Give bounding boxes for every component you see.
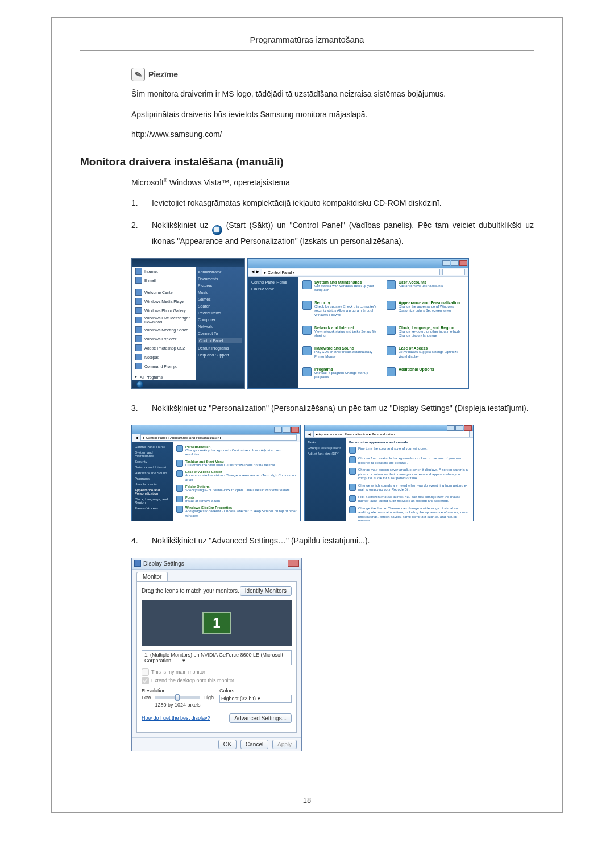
start-menu-item[interactable]: Network	[198, 325, 242, 329]
back-icon[interactable]: ◀	[135, 435, 138, 439]
maximize-button[interactable]	[455, 425, 463, 431]
start-menu-item[interactable]: Windows Media Player	[132, 297, 196, 306]
start-menu-item-controlpanel[interactable]: Control Panel	[198, 338, 242, 343]
sidebar-item[interactable]: Security	[135, 460, 170, 463]
appearance-item-personalization[interactable]: PersonalizationChange desktop background…	[176, 445, 297, 457]
close-button[interactable]	[288, 560, 299, 567]
address-text[interactable]: ▸ Control Panel ▸ Appearance and Persona…	[140, 434, 297, 441]
cp-category[interactable]: Hardware and SoundPlay CDs or other medi…	[302, 346, 380, 364]
start-menu-item[interactable]: Administrator	[198, 270, 242, 274]
start-menu-item[interactable]: Search	[198, 304, 242, 308]
apply-button[interactable]: Apply	[272, 740, 297, 749]
cp-category[interactable]: Ease of AccessLet Windows suggest settin…	[387, 346, 464, 364]
close-button[interactable]	[464, 425, 472, 431]
colors-select[interactable]: Highest (32 bit) ▾	[219, 695, 292, 703]
start-menu-item[interactable]: Windows Photo Gallery	[132, 306, 196, 315]
personalization-item[interactable]: Change which sounds are heard when you d…	[349, 484, 470, 492]
resolution-label: Resolution:	[142, 688, 214, 693]
sidebar-item[interactable]: Programs	[135, 477, 170, 480]
personalization-item[interactable]: Choose from available backgrounds or col…	[349, 456, 470, 465]
tab-monitor[interactable]: Monitor	[136, 572, 168, 581]
back-icon[interactable]: ◀	[251, 269, 254, 274]
sidebar-item[interactable]: System and Maintenance	[135, 451, 170, 458]
sidebar-item[interactable]: Control Panel Home	[135, 445, 170, 448]
search-field[interactable]	[442, 269, 465, 275]
monitor-layout-area[interactable]: 1	[142, 600, 292, 646]
maximize-button[interactable]	[283, 427, 291, 433]
start-menu-item[interactable]: Adobe Photoshop CS2	[132, 343, 196, 352]
sidebar-item[interactable]: Hardware and Sound	[135, 471, 170, 475]
cp-category[interactable]: System and MaintenanceGet started with W…	[302, 280, 380, 298]
start-menu-item[interactable]: Connect To	[198, 331, 242, 335]
start-menu-item[interactable]: Internet	[132, 267, 196, 276]
monitor-select[interactable]: 1. (Multiple Monitors) on NVIDIA GeForce…	[142, 650, 292, 665]
appearance-item[interactable]: Folder OptionsSpecify single- or double-…	[176, 485, 297, 493]
minimize-button[interactable]	[274, 427, 282, 433]
start-orb-icon[interactable]	[136, 381, 143, 388]
address-text[interactable]: ▸ Appearance and Personalization ▸ Perso…	[313, 431, 470, 437]
folder-icon	[176, 485, 183, 492]
resolution-slider[interactable]	[155, 696, 200, 699]
address-text[interactable]: ▸ Control Panel ▸	[262, 269, 440, 275]
slider-thumb[interactable]	[175, 694, 180, 701]
start-menu-item[interactable]: Default Programs	[198, 346, 242, 350]
start-menu-item[interactable]: Music	[198, 290, 242, 294]
start-menu-item[interactable]: Windows Explorer	[132, 334, 196, 343]
appearance-item[interactable]: FontsInstall or remove a font	[176, 496, 297, 504]
sidebar-item[interactable]: Change desktop icons	[308, 446, 343, 450]
start-menu-item[interactable]: Welcome Center	[132, 288, 196, 297]
step-4-text: Noklikšķiniet uz "Advanced Settings…" (P…	[152, 535, 534, 547]
start-menu-item[interactable]: Windows Meeting Space	[132, 325, 196, 334]
sidebar-item[interactable]: User Accounts	[135, 483, 170, 486]
close-button[interactable]	[459, 260, 467, 266]
start-menu[interactable]: Internet E-mail Welcome Center Windows M…	[131, 258, 245, 389]
maximize-button[interactable]	[451, 260, 459, 266]
start-menu-item[interactable]: Recent Items	[198, 311, 242, 315]
identify-monitors-button[interactable]: Identify Monitors	[240, 586, 292, 596]
personalization-item[interactable]: Change your screen saver or adjust when …	[349, 468, 470, 481]
cp-category[interactable]: SecurityCheck for updates Check this com…	[302, 301, 380, 322]
start-menu-item[interactable]: Windows Live Messenger Download	[132, 315, 196, 325]
cp-category[interactable]: Additional Options	[387, 367, 464, 385]
forward-icon[interactable]: ▶	[256, 269, 259, 274]
start-menu-item[interactable]: Games	[198, 297, 242, 301]
start-menu-item[interactable]: E-mail	[132, 276, 196, 285]
minimize-button[interactable]	[447, 425, 455, 431]
minimize-button[interactable]	[442, 260, 450, 266]
appearance-item[interactable]: Windows SideBar PropertiesAdd gadgets to…	[176, 506, 297, 518]
appearance-item[interactable]: Taskbar and Start MenuCustomize the Star…	[176, 460, 297, 468]
start-menu-item[interactable]: Documents	[198, 277, 242, 281]
cp-category-appearance[interactable]: Appearance and PersonalizationChange the…	[387, 301, 464, 322]
all-programs-label: All Programs	[140, 375, 163, 379]
control-panel-main: System and MaintenanceGet started with W…	[298, 277, 468, 388]
cp-category[interactable]: Network and InternetView network status …	[302, 326, 380, 343]
sidebar-item-active[interactable]: Appearance and Personalization	[135, 488, 170, 495]
sidebar-item[interactable]: Network and Internet	[135, 466, 170, 469]
close-button[interactable]	[291, 427, 299, 433]
monitor-1-icon[interactable]: 1	[202, 612, 231, 634]
sidebar-item[interactable]: Classic View	[251, 287, 294, 291]
cancel-button[interactable]: Cancel	[240, 740, 268, 749]
start-menu-item[interactable]: Command Prompt	[132, 362, 196, 371]
sidebar-item[interactable]: Clock, Language, and Region	[135, 497, 170, 504]
start-menu-item[interactable]: Computer	[198, 318, 242, 322]
personalization-item[interactable]: Pick a different mouse pointer. You can …	[349, 495, 470, 504]
appearance-item[interactable]: Ease of Access CenterAccommodate low vis…	[176, 470, 297, 482]
personalization-item[interactable]: Fine tune the color and style of your wi…	[349, 447, 470, 454]
item-sub: Customize the Start menu · Customize ico…	[185, 463, 275, 468]
cp-category[interactable]: Clock, Language, and RegionChange keyboa…	[387, 326, 464, 343]
start-menu-item[interactable]: Help and Support	[198, 353, 242, 357]
help-link[interactable]: How do I get the best display?	[142, 715, 210, 721]
sidebar-item[interactable]: Control Panel Home	[251, 280, 294, 284]
advanced-settings-button[interactable]: Advanced Settings...	[229, 713, 292, 723]
personalization-item[interactable]: Change the theme. Themes can change a wi…	[349, 506, 470, 522]
cp-category[interactable]: User AccountsAdd or remove user accounts	[387, 280, 464, 298]
all-programs-item[interactable]: ▸All Programs	[132, 373, 196, 380]
back-icon[interactable]: ◀	[308, 432, 311, 436]
sidebar-item[interactable]: Ease of Access	[135, 506, 170, 510]
sidebar-item[interactable]: Adjust font size (DPI)	[308, 452, 343, 455]
cp-category[interactable]: ProgramsUninstall a program Change start…	[302, 367, 380, 385]
start-menu-item[interactable]: Notepad	[132, 352, 196, 362]
ok-button[interactable]: OK	[218, 740, 237, 749]
start-menu-item[interactable]: Pictures	[198, 284, 242, 288]
